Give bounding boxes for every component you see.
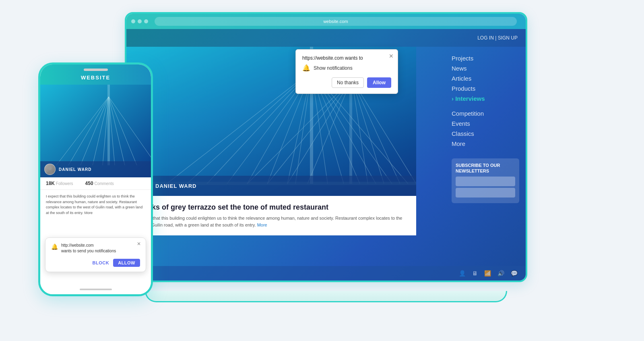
subscribe-input[interactable] — [456, 177, 515, 186]
subscribe-title: SUBSCRIBE TO OUR NEWSLETTERS — [456, 162, 515, 174]
phone-device: WEBSITE — [38, 62, 153, 296]
site-sidebar: Projects News Articles Products Intervie… — [445, 47, 526, 281]
sidebar-news[interactable]: News — [452, 65, 519, 72]
bottom-icon-sound: 🔊 — [497, 270, 504, 277]
svg-point-40 — [47, 172, 54, 175]
phone-home-indicator — [80, 289, 112, 290]
phone-notif-text: http://website.com wants to send you not… — [61, 243, 116, 254]
author-name: DANIEL WARD — [155, 183, 196, 189]
phone-speaker — [84, 69, 108, 71]
laptop-device: website.com LOG IN | SIGN UP — [125, 12, 547, 302]
sidebar-events[interactable]: Events — [452, 120, 519, 127]
popup-bell-icon: 🔔 — [302, 64, 310, 72]
phone-notif-close-button[interactable]: ✕ — [137, 241, 141, 247]
popup-notification-text: Show notifications — [314, 65, 353, 71]
popup-notification-row: 🔔 Show notifications — [302, 64, 391, 72]
browser-url-bar[interactable]: website.com — [155, 17, 517, 26]
laptop-base — [145, 291, 507, 302]
bottom-icon-people: 👤 — [459, 270, 466, 277]
bottom-icon-wifi: 📶 — [484, 270, 491, 277]
article-more-link[interactable]: More — [257, 222, 267, 227]
popup-close-button[interactable]: ✕ — [389, 53, 394, 59]
phone-notif-top: 🔔 http://website.com wants to send you n… — [51, 243, 140, 254]
sidebar-articles[interactable]: Articles — [452, 75, 519, 82]
phone-notif-bell-icon: 🔔 — [51, 243, 58, 250]
desktop-notification-popup: ✕ https://website.com wants to 🔔 Show no… — [295, 49, 398, 94]
phone-stat-comments: 450 Comments — [85, 181, 114, 186]
phone-block-button[interactable]: BLOCK — [93, 259, 109, 267]
phone-stats-row: 18K Followers 450 Comments — [40, 177, 151, 190]
nav-login-signup[interactable]: LOG IN | SIGN UP — [477, 35, 518, 41]
popup-url-text: https://website.com wants to — [302, 55, 391, 61]
allow-button[interactable]: Allow — [367, 77, 391, 88]
url-text: website.com — [323, 19, 348, 24]
svg-point-39 — [48, 166, 52, 170]
browser-dot-1 — [131, 19, 135, 23]
phone-author-name: DANIEL WARD — [59, 167, 91, 172]
subscribe-box: SUBSCRIBE TO OUR NEWSLETTERS — [452, 158, 519, 203]
site-header: LOG IN | SIGN UP — [126, 29, 526, 47]
article-title: Blocks of grey terrazzo set the tone of … — [136, 203, 407, 212]
article-body: I expect that this building could enligh… — [136, 215, 407, 228]
hero-author-bar: DANIEL WARD — [126, 176, 416, 196]
bottom-icon-screen: 🖥 — [472, 270, 478, 277]
browser-toolbar: website.com — [126, 14, 526, 29]
phone-author-bar: DANIEL WARD — [40, 161, 151, 177]
sidebar-classics[interactable]: Classics — [452, 130, 519, 137]
bottom-icon-chat: 💬 — [511, 270, 518, 277]
sidebar-competition[interactable]: Competition — [452, 110, 519, 117]
browser-dot-3 — [144, 19, 148, 23]
svg-rect-38 — [107, 85, 110, 165]
subscribe-input-2[interactable] — [456, 188, 515, 198]
phone-notif-buttons: BLOCK ALLOW — [51, 259, 140, 267]
phone-stat-followers: 18K Followers — [46, 181, 73, 186]
sidebar-more[interactable]: More — [452, 140, 519, 147]
phone-allow-button[interactable]: ALLOW — [113, 259, 140, 267]
site-bottom-bar: 👤 🖥 📶 🔊 💬 — [126, 266, 526, 281]
sidebar-products[interactable]: Products — [452, 85, 519, 92]
phone-site-title: WEBSITE — [81, 75, 110, 81]
sidebar-projects[interactable]: Projects — [452, 55, 519, 62]
phone-notification-popup: ✕ 🔔 http://website.com wants to send you… — [45, 237, 146, 272]
sidebar-section-2: Competition Events Classics More — [452, 110, 519, 147]
article-area: Blocks of grey terrazzo set the tone of … — [126, 196, 416, 235]
browser-dot-2 — [138, 19, 142, 23]
popup-buttons: No thanks Allow — [302, 77, 391, 88]
phone-author-avatar — [44, 164, 56, 175]
laptop-screen: website.com LOG IN | SIGN UP — [125, 12, 527, 282]
phone-hero: DANIEL WARD — [40, 85, 151, 177]
sidebar-interviews[interactable]: Interviews — [452, 95, 519, 102]
no-thanks-button[interactable]: No thanks — [332, 77, 364, 88]
phone-site-header: WEBSITE — [40, 64, 151, 85]
